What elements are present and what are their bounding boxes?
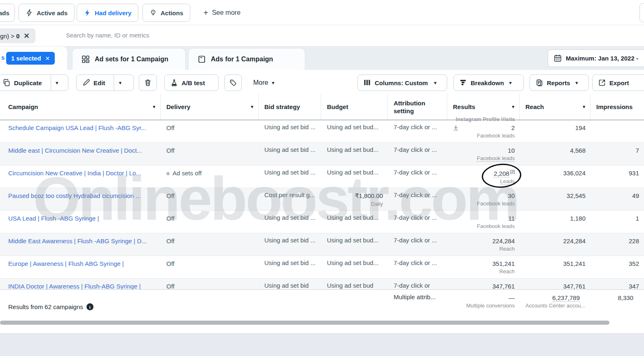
table-body: Schedule Campaign USA Lead | Flush -ABG … <box>0 120 644 289</box>
filter-button-had-delivery[interactable]: Had delivery <box>77 4 138 22</box>
applied-filter-chip[interactable]: npaign) > 0 ✕ <box>0 28 35 43</box>
duplicate-dropdown[interactable]: ▾ <box>51 75 58 91</box>
edit-button[interactable]: Edit ▾ <box>76 74 134 91</box>
table-row[interactable]: Middle east | Circumcision New Creative … <box>0 143 644 165</box>
export-button[interactable]: Export <box>592 74 644 91</box>
reach-cell: 4,568 <box>520 143 590 165</box>
campaign-link[interactable]: Schedule Campaign USA Lead | Flush -ABG … <box>8 124 146 131</box>
campaign-link[interactable]: INDIA Doctor | Awareness | Flush-ABG Syr… <box>8 283 141 289</box>
reach-value: 194 <box>525 123 586 131</box>
footer-results-type: Multiple conversions <box>453 302 515 309</box>
download-icon[interactable] <box>453 125 459 131</box>
table-row[interactable]: Schedule Campaign USA Lead | Flush -ABG … <box>0 120 644 143</box>
sort-caret-icon: ▾ <box>251 104 253 109</box>
campaign-cell: Circumcision New Creative | India | Doct… <box>0 165 161 188</box>
table-row[interactable]: Middle East Awareness | Flush -ABG Syrin… <box>0 233 644 256</box>
results-value: 224,284 <box>453 237 515 244</box>
reach-value: 336,024 <box>525 169 586 177</box>
breakdown-label: Breakdown <box>471 79 504 86</box>
columns-button[interactable]: Columns: Custom ▾ <box>357 74 447 91</box>
budget-value: Using ad set bud... <box>327 146 378 153</box>
filter-button-actions[interactable]: Actions <box>142 4 190 22</box>
table-row[interactable]: USA Lead | Flush -ABG Syringe | Off Usin… <box>0 211 644 233</box>
date-range-picker[interactable]: Maximum: Jan 13, 2022 - <box>548 49 644 67</box>
more-button[interactable]: More ▾ <box>247 74 287 91</box>
tab-campaigns-active[interactable]: s 1 selected ✕ <box>0 47 67 70</box>
filter-button-active-ads[interactable]: Active ads <box>19 4 75 22</box>
filter-button-active-ads-label: Active ads <box>37 9 68 16</box>
tab-ads[interactable]: Ads for 1 Campaign <box>189 49 305 70</box>
results-cell: 30 Facebook leads <box>447 188 520 210</box>
filter-chip-text: npaign) > 0 <box>0 33 19 40</box>
results-value: 2,208 <box>494 170 509 177</box>
chevron-down-icon: ▾ <box>509 80 512 86</box>
delete-button[interactable] <box>139 74 157 91</box>
attribution-cell: 7-day click or ... <box>388 233 447 256</box>
date-range-label: Maximum: Jan 13, 2022 - <box>566 55 638 62</box>
results-value: 351,241 <box>453 259 515 267</box>
ab-test-button[interactable]: A/B test <box>164 74 219 91</box>
table-footer: Results from 62 campaigns i Multiple att… <box>0 289 644 320</box>
horizontal-scrollbar[interactable] <box>0 321 609 325</box>
filter-button-partial[interactable]: ads <box>0 4 15 22</box>
impressions-value: 347 <box>596 282 639 289</box>
bid-strategy-value: Using ad set bid ... <box>264 237 315 244</box>
column-header-impressions[interactable]: Impressions <box>590 94 644 120</box>
windows-taskbar <box>0 333 644 356</box>
table-row[interactable]: Circumcision New Creative | India | Doct… <box>0 165 644 188</box>
delivery-status: Ad sets off <box>173 170 202 177</box>
breakdown-button[interactable]: Breakdown ▾ <box>453 74 524 91</box>
filter-button-actions-label: Actions <box>161 9 183 16</box>
attribution-cell: 7-day click or ... <box>388 256 447 278</box>
campaign-link[interactable]: Circumcision New Creative | India | Doct… <box>8 170 141 177</box>
campaign-link[interactable]: Europe | Awareness | Flush ABG Syringe | <box>8 260 124 267</box>
column-header-campaign[interactable]: Campaign ▾ <box>0 94 161 120</box>
cutoff-top-right-control[interactable] <box>639 3 644 22</box>
table-row[interactable]: INDIA Doctor | Awareness | Flush-ABG Syr… <box>0 279 644 289</box>
reach-cell: 347,761 <box>520 279 590 289</box>
remove-filter-icon[interactable]: ✕ <box>23 32 29 40</box>
edit-dropdown[interactable]: ▾ <box>114 75 121 91</box>
column-header-bid-strategy[interactable]: Bid strategy <box>259 94 321 120</box>
see-more-button[interactable]: + See more <box>197 4 247 22</box>
results-type-label: Facebook leads <box>453 200 515 207</box>
selected-count-label: 1 selected <box>11 55 41 62</box>
info-icon[interactable]: i <box>86 303 93 310</box>
reach-cell: 32,545 <box>520 188 590 210</box>
columns-icon <box>364 79 371 86</box>
reports-button[interactable]: Reports ▾ <box>530 74 589 91</box>
column-header-delivery[interactable]: Delivery ▾ <box>161 94 259 120</box>
results-cell: 351,241 Reach <box>447 256 520 278</box>
attribution-value: 7-day click or ... <box>394 237 437 244</box>
column-header-results[interactable]: Results ▾ Instagram Profile Visits <box>447 94 520 120</box>
ad-sets-grid-icon <box>82 55 90 63</box>
tag-icon <box>229 79 237 86</box>
delivery-status: Off <box>166 124 175 131</box>
table-row[interactable]: Paused bcoz too costly Hydrabad cicumcis… <box>0 188 644 211</box>
column-header-reach[interactable]: Reach ▾ <box>520 94 590 120</box>
search-input[interactable]: Search by name, ID or metrics <box>66 32 149 39</box>
table-header: Campaign ▾ Delivery ▾ Bid strategy Budge… <box>0 94 644 120</box>
budget-cell: Using ad set bud... <box>321 120 388 142</box>
deselect-icon[interactable]: ✕ <box>45 55 50 62</box>
budget-cell: ₹1,800.00 Daily <box>321 188 388 210</box>
campaign-link[interactable]: Middle East Awareness | Flush -ABG Syrin… <box>8 237 147 244</box>
campaign-link[interactable]: USA Lead | Flush -ABG Syringe | <box>8 215 99 222</box>
tag-button[interactable] <box>224 74 242 91</box>
table-row[interactable]: Europe | Awareness | Flush ABG Syringe |… <box>0 256 644 279</box>
bid-strategy-cell: Using ad set bid ... <box>259 256 321 278</box>
edit-label: Edit <box>93 79 105 86</box>
selected-count-badge[interactable]: 1 selected ✕ <box>6 52 55 65</box>
reports-label: Reports <box>547 79 570 86</box>
columns-label: Columns: Custom <box>375 79 428 86</box>
column-header-attribution[interactable]: Attribution setting <box>388 94 447 120</box>
delivery-cell: Off <box>161 188 259 210</box>
attribution-cell: 7-day click or ... <box>388 120 447 142</box>
duplicate-icon <box>3 79 10 86</box>
tab-ad-sets[interactable]: Ad sets for 1 Campaign <box>72 49 185 70</box>
duplicate-button[interactable]: Duplicate ▾ <box>0 74 68 91</box>
campaign-link[interactable]: Middle east | Circumcision New Creative … <box>8 147 142 154</box>
campaign-link[interactable]: Paused bcoz too costly Hydrabad cicumcis… <box>8 192 141 199</box>
attribution-value: 7-day click or ... <box>394 191 437 198</box>
column-header-budget[interactable]: Budget <box>321 94 388 120</box>
